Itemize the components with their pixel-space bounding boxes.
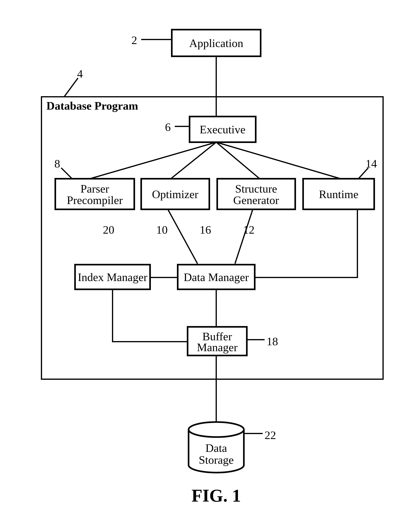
edge-executive-optimizer (171, 142, 216, 179)
node-parser-precompiler: Parser Precompiler (55, 179, 134, 209)
node-executive: Executive (190, 117, 256, 142)
node-indexmgr-label: Index Manager (78, 271, 148, 284)
node-buffermgr-label2: Manager (197, 341, 238, 354)
node-runtime: Runtime (303, 179, 374, 209)
edge-structuregen-datamgr (235, 209, 253, 264)
edge-optimizer-datamgr (168, 209, 197, 264)
diagram-svg: Database Program Application Executive P… (0, 0, 420, 519)
ref-14: 14 (366, 157, 377, 170)
node-structuregen-label1: Structure (235, 182, 277, 195)
edge-executive-runtime (216, 142, 341, 179)
node-structuregen-label2: Generator (233, 194, 279, 207)
ref-20: 20 (103, 223, 114, 236)
ref-10: 10 (156, 223, 168, 236)
node-datastorage-label1: Data (205, 442, 227, 454)
node-application-label: Application (189, 37, 243, 50)
node-datastorage-label2: Storage (199, 453, 234, 466)
ref-12: 12 (243, 223, 255, 236)
node-application: Application (172, 30, 261, 56)
ref-22: 22 (265, 429, 276, 442)
ref-4: 4 (77, 67, 83, 80)
node-buffer-manager: Buffer Manager (188, 327, 247, 355)
node-parser-label1: Parser (81, 182, 109, 195)
node-datamgr-label: Data Manager (184, 271, 249, 284)
node-data-manager: Data Manager (178, 265, 255, 289)
leader-ref-8 (61, 168, 72, 179)
node-structure-generator: Structure Generator (217, 179, 295, 209)
node-parser-label2: Precompiler (67, 194, 123, 207)
figure-caption: FIG. 1 (192, 486, 241, 505)
node-optimizer-label: Optimizer (152, 188, 198, 201)
edge-runtime-datamgr (255, 209, 357, 278)
node-index-manager: Index Manager (75, 265, 150, 289)
node-executive-label: Executive (200, 123, 246, 136)
container-title: Database Program (46, 99, 138, 112)
ref-6: 6 (165, 121, 171, 134)
ref-2: 2 (132, 34, 137, 47)
leader-ref-4 (64, 78, 78, 97)
edge-indexmgr-buffermgr (112, 289, 188, 342)
edge-executive-parser (90, 142, 216, 179)
ref-16: 16 (200, 223, 211, 236)
ref-8: 8 (54, 157, 60, 170)
node-optimizer: Optimizer (141, 179, 209, 209)
ref-18: 18 (267, 335, 278, 348)
svg-point-9 (188, 422, 244, 437)
node-runtime-label: Runtime (319, 188, 358, 201)
edge-executive-structuregen (216, 142, 260, 179)
node-data-storage: Data Storage (188, 422, 244, 473)
